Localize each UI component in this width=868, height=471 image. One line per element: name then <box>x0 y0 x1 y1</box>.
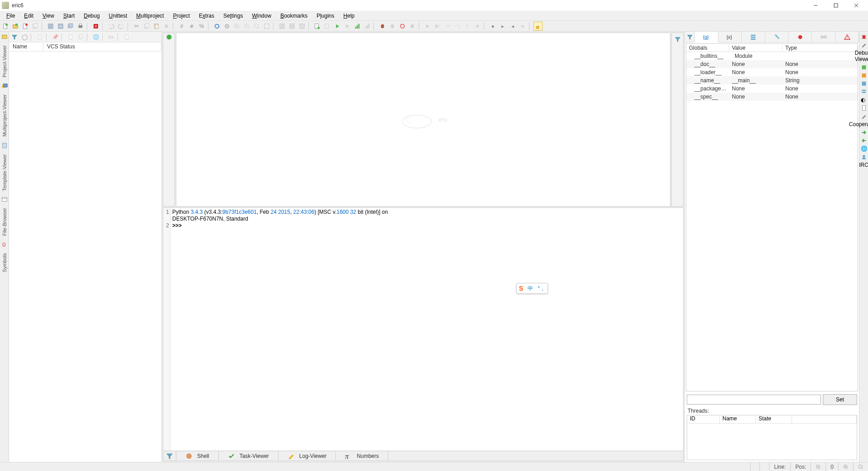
delete-icon[interactable] <box>162 22 171 31</box>
menu-debug[interactable]: Debug <box>79 12 104 20</box>
debug-filter-icon[interactable] <box>685 32 695 42</box>
copy-icon[interactable] <box>142 22 151 31</box>
stop-debug-icon[interactable] <box>408 22 417 31</box>
tab-project-viewer[interactable]: Project-Viewer <box>1 42 8 81</box>
tab-calltrace[interactable] <box>765 32 789 42</box>
pv-blank-icon[interactable] <box>122 33 131 42</box>
tab-task-viewer[interactable]: Task-Viewer <box>219 451 278 461</box>
bug-play-dim-icon[interactable] <box>388 22 397 31</box>
edit-mode-icon[interactable] <box>533 22 542 31</box>
globals-row[interactable]: __name____main__String <box>686 76 858 85</box>
bug-play-icon[interactable] <box>378 22 387 31</box>
menu-bookmarks[interactable]: Bookmarks <box>276 12 312 20</box>
close-file-icon[interactable] <box>21 22 30 31</box>
project-tree[interactable]: Name VCS Status <box>9 42 161 462</box>
ime-punct-icon[interactable]: °， <box>538 285 545 292</box>
comment-icon[interactable]: # <box>177 22 186 31</box>
pv-doc2-icon[interactable] <box>66 33 75 42</box>
debug-expression-input[interactable] <box>687 395 821 405</box>
fullscreen-icon[interactable] <box>262 22 271 31</box>
shell-body[interactable]: 12 Python 3.4.3 (v3.4.3:9b73f1c3e601, Fe… <box>163 207 684 451</box>
globals-row[interactable]: __doc__NoneNone <box>686 60 858 68</box>
split-h-icon[interactable] <box>278 22 287 31</box>
continue-to-icon[interactable] <box>433 22 442 31</box>
step-over-icon[interactable] <box>453 22 462 31</box>
menu-window[interactable]: Window <box>247 12 276 20</box>
maximize-button[interactable] <box>826 0 846 11</box>
tab-watch[interactable] <box>812 32 835 42</box>
new-file-icon[interactable] <box>1 22 10 31</box>
bottom-filter-icon[interactable] <box>163 451 176 461</box>
tab-irc[interactable]: IRC <box>859 162 868 168</box>
debug-project-icon[interactable] <box>343 22 352 31</box>
pv-docs-icon[interactable] <box>76 33 85 42</box>
col-type[interactable]: Type <box>783 45 858 51</box>
menu-view[interactable]: View <box>38 12 59 20</box>
tab-shell[interactable]: Shell <box>176 451 219 461</box>
tab-locals[interactable]: {x} <box>718 32 742 42</box>
col-name[interactable]: Name <box>9 42 43 51</box>
globals-row[interactable]: __loader__NoneNone <box>686 68 858 76</box>
ime-widget[interactable]: S 中 °， <box>516 283 548 294</box>
status-zoom-out-icon[interactable] <box>811 462 826 471</box>
select-brace-icon[interactable]: % <box>197 22 206 31</box>
tab-file-browser[interactable]: File-Browser <box>1 204 8 240</box>
refresh-icon[interactable] <box>212 22 222 31</box>
open-file-icon[interactable] <box>11 22 20 31</box>
tab-symbols[interactable]: Symbols <box>1 250 8 276</box>
stop-icon[interactable] <box>91 22 100 31</box>
bp-prev-icon[interactable]: ◂ <box>508 22 517 31</box>
menu-multiproject[interactable]: Multiproject <box>132 12 168 20</box>
run-script-icon[interactable] <box>313 22 322 31</box>
bp-toggle-icon[interactable]: ● <box>488 22 497 31</box>
ime-mode[interactable]: 中 <box>528 285 533 292</box>
bp-clear-icon[interactable]: ○ <box>518 22 527 31</box>
undo-icon[interactable] <box>107 22 116 31</box>
globals-row[interactable]: __spec__NoneNone <box>686 93 858 101</box>
col-vcs[interactable]: VCS Status <box>43 42 161 51</box>
menu-edit[interactable]: Edit <box>19 12 38 20</box>
menu-help[interactable]: Help <box>339 12 359 20</box>
globals-row[interactable]: __package__NoneNone <box>686 85 858 93</box>
tab-globals[interactable]: {g} <box>695 32 718 42</box>
cut-icon[interactable]: ✂ <box>132 22 141 31</box>
close-button[interactable] <box>846 0 866 11</box>
bp-next-icon[interactable]: ▸ <box>498 22 507 31</box>
editor-placeholder[interactable]: eric <box>176 33 670 207</box>
paste-icon[interactable] <box>152 22 161 31</box>
split-v-icon[interactable] <box>288 22 297 31</box>
save-as-icon[interactable] <box>56 22 65 31</box>
zoom-out-icon[interactable] <box>242 22 251 31</box>
col-value[interactable]: Value <box>729 45 783 51</box>
profile-script-icon[interactable] <box>353 22 362 31</box>
profile-project-icon[interactable] <box>363 22 372 31</box>
col-id[interactable]: ID <box>687 415 720 423</box>
debug-script-icon[interactable] <box>333 22 342 31</box>
menu-project[interactable]: Project <box>169 12 194 20</box>
globals-row[interactable]: __builtins__Module <box>686 52 858 60</box>
minimize-button[interactable] <box>805 0 826 11</box>
status-zoom-reset-icon[interactable] <box>853 462 868 471</box>
redo-icon[interactable] <box>117 22 126 31</box>
save-icon[interactable] <box>46 22 55 31</box>
pv-globe-icon[interactable]: 🌐 <box>91 33 100 42</box>
menu-file[interactable]: File <box>2 12 19 20</box>
tab-multiproject-viewer[interactable]: Multiproject-Viewer <box>1 91 8 140</box>
tab-cooperation[interactable]: Cooperation <box>849 121 868 127</box>
unsplit-icon[interactable] <box>297 22 307 31</box>
step-icon[interactable] <box>443 22 452 31</box>
close-all-icon[interactable] <box>31 22 40 31</box>
step-stop-icon[interactable] <box>473 22 482 31</box>
run-project-icon[interactable] <box>323 22 332 31</box>
col-state[interactable]: State <box>756 415 792 423</box>
zoom-in-icon[interactable] <box>232 22 241 31</box>
tab-breakpoints[interactable] <box>788 32 812 42</box>
set-button[interactable]: Set <box>823 394 857 405</box>
print-icon[interactable] <box>76 22 85 31</box>
globals-table[interactable]: Globals Value Type __builtins__Module__d… <box>686 43 858 391</box>
menu-settings[interactable]: Settings <box>219 12 247 20</box>
status-zoom-in-icon[interactable] <box>838 462 853 471</box>
tab-numbers[interactable]: πNumbers <box>336 451 388 461</box>
col-tname[interactable]: Name <box>720 415 756 423</box>
pv-idl-icon[interactable]: IDL <box>107 33 116 42</box>
